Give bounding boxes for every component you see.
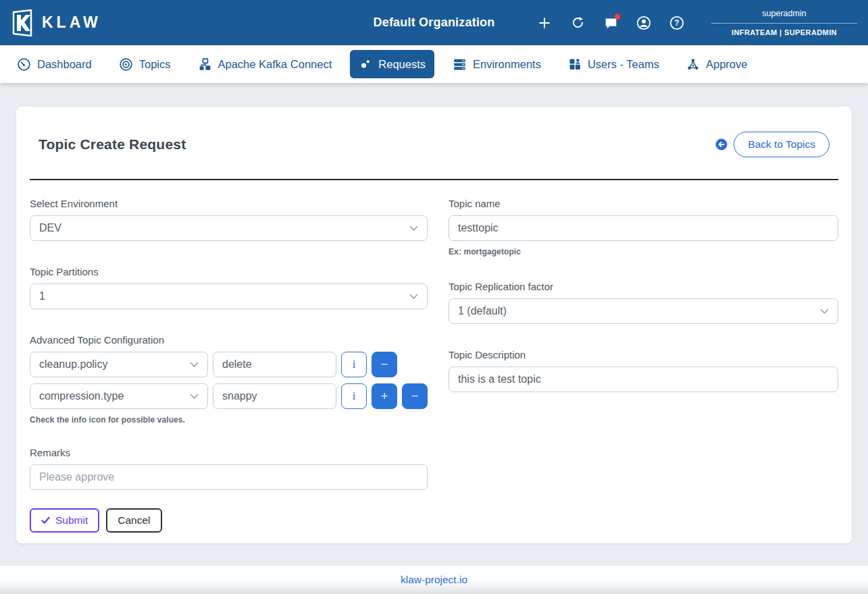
user-grid-icon [568, 57, 582, 71]
chevron-down-icon [820, 308, 829, 315]
partitions-label: Topic Partitions [30, 266, 428, 277]
topic-request-form: Select Environment DEV Topic Partitions … [30, 198, 838, 533]
advanced-config-helper: Check the info icon for possible values. [30, 415, 428, 425]
circle-arrow-left-icon[interactable] [715, 138, 727, 151]
klaw-logo-icon [11, 9, 34, 36]
topic-name-helper: Ex: mortgagetopic [449, 247, 838, 256]
environment-select[interactable]: DEV [30, 215, 428, 241]
tab-approve[interactable]: Approve [678, 50, 756, 78]
description-input[interactable] [449, 367, 838, 392]
brand-name: KLAW [42, 14, 101, 32]
tab-label: Environments [473, 58, 541, 71]
tab-label: Users - Teams [588, 58, 659, 71]
account-icon[interactable] [636, 16, 651, 30]
info-button[interactable]: i [341, 352, 367, 377]
svg-text:?: ? [674, 18, 679, 28]
team-role: INFRATEAM | SUPERADMIN [711, 24, 857, 36]
chevron-down-icon [409, 225, 418, 232]
username: superadmin [711, 9, 857, 24]
top-navbar: KLAW Default Organization ? superadmin I [0, 0, 868, 45]
remove-row-button[interactable]: − [402, 383, 428, 409]
tab-label: Dashboard [37, 58, 92, 71]
tab-dashboard[interactable]: Dashboard [8, 50, 101, 79]
connect-nodes-icon [198, 57, 212, 72]
topic-name-input[interactable] [449, 215, 838, 241]
add-row-button[interactable]: + [372, 383, 397, 409]
page-footer: klaw-project.io [0, 565, 868, 594]
remarks-field: Remarks [30, 447, 428, 490]
page-body: Topic Create Request Back to Topics Sele… [0, 83, 868, 565]
chevron-down-icon [190, 362, 199, 368]
klaw-logo[interactable]: KLAW [11, 9, 101, 36]
submit-label: Submit [55, 514, 88, 526]
advanced-config-field: Advanced Topic Configuration cleanup.pol… [30, 334, 428, 425]
config-row: compression.type i + − [30, 383, 428, 409]
topic-name-field: Topic name Ex: mortgagetopic [449, 198, 838, 256]
description-label: Topic Description [449, 349, 838, 360]
organization-title: Default Organization [373, 16, 494, 30]
remarks-input[interactable] [30, 464, 428, 490]
remove-row-button[interactable]: − [372, 352, 397, 377]
partitions-field: Topic Partitions 1 [30, 266, 428, 309]
info-button[interactable]: i [341, 383, 367, 409]
main-navigation: Dashboard Topics Apache Kafka Connect Re… [0, 45, 868, 83]
check-icon [41, 516, 50, 524]
submit-button[interactable]: Submit [30, 508, 99, 533]
chat-icon[interactable] [603, 16, 618, 30]
topic-name-label: Topic name [449, 198, 838, 209]
config-key-select-2[interactable]: compression.type [30, 383, 208, 409]
tab-topics[interactable]: Topics [110, 50, 180, 79]
tab-requests[interactable]: Requests [350, 50, 434, 78]
config-value-input-2[interactable] [213, 383, 336, 409]
replication-label: Topic Replication factor [449, 281, 838, 292]
tab-label: Requests [378, 58, 426, 71]
replication-select[interactable]: 1 (default) [449, 298, 838, 324]
config-row: cleanup.policy i − [30, 352, 428, 377]
cancel-button[interactable]: Cancel [106, 508, 161, 533]
tab-kafka-connect[interactable]: Apache Kafka Connect [189, 50, 341, 79]
description-field: Topic Description [449, 349, 838, 392]
environment-label: Select Environment [30, 198, 428, 209]
tab-environments[interactable]: Environments [444, 50, 550, 79]
help-icon[interactable]: ? [669, 16, 684, 30]
server-stack-icon [453, 57, 467, 72]
tab-label: Approve [706, 58, 747, 71]
replication-field: Topic Replication factor 1 (default) [449, 281, 838, 324]
replication-value: 1 (default) [458, 305, 507, 317]
title-divider [30, 179, 838, 180]
refresh-icon[interactable] [570, 16, 585, 30]
advanced-config-label: Advanced Topic Configuration [30, 334, 428, 346]
notification-badge [615, 14, 621, 20]
config-key-select-1[interactable]: cleanup.policy [30, 352, 208, 377]
chevron-down-icon [409, 294, 418, 300]
partitions-value: 1 [39, 290, 45, 302]
config-key-value: cleanup.policy [39, 358, 107, 371]
user-info: superadmin INFRATEAM | SUPERADMIN [711, 9, 857, 36]
target-icon [119, 57, 133, 72]
klaw-project-link[interactable]: klaw-project.io [401, 574, 467, 586]
tab-label: Apache Kafka Connect [218, 58, 332, 71]
environment-value: DEV [39, 222, 61, 234]
tab-label: Topics [139, 58, 171, 71]
tab-users-teams[interactable]: Users - Teams [559, 50, 668, 78]
remarks-label: Remarks [30, 447, 428, 458]
back-to-topics-button[interactable]: Back to Topics [734, 132, 829, 157]
environment-field: Select Environment DEV [30, 198, 428, 241]
topic-request-card: Topic Create Request Back to Topics Sele… [16, 107, 852, 543]
add-icon[interactable] [537, 16, 552, 30]
config-value-input-1[interactable] [213, 352, 336, 377]
gauge-icon [17, 57, 31, 72]
config-key-value: compression.type [39, 390, 124, 402]
hub-icon [686, 57, 700, 71]
chevron-down-icon [190, 394, 199, 400]
dots-icon [359, 57, 372, 71]
page-title: Topic Create Request [39, 136, 186, 153]
partitions-select[interactable]: 1 [30, 284, 428, 309]
